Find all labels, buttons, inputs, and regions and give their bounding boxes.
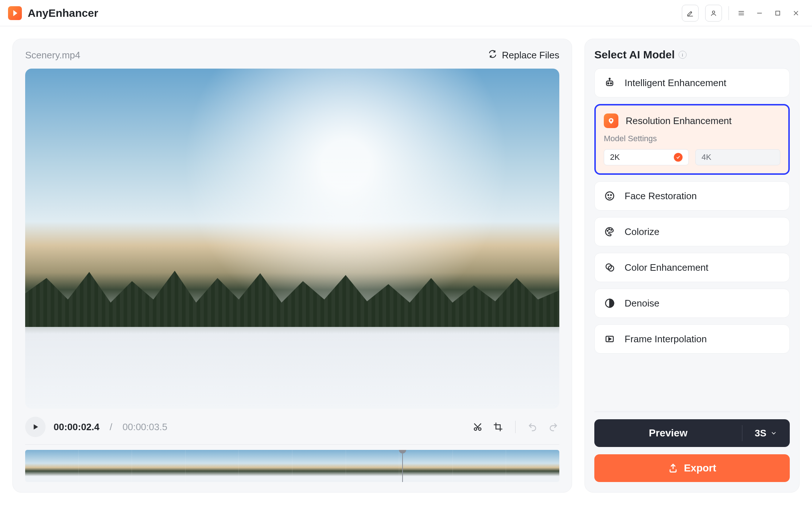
svg-point-3 (478, 428, 481, 430)
svg-point-9 (606, 192, 614, 200)
svg-point-6 (610, 83, 611, 84)
app-logo-icon (8, 6, 22, 20)
resolution-option-4k[interactable]: 4K (695, 149, 780, 165)
model-label: Frame Interpolation (625, 334, 707, 345)
timecode-current: 00:00:02.4 (54, 421, 100, 433)
sidebar-divider (594, 412, 790, 412)
export-button[interactable]: Export (594, 454, 790, 482)
svg-point-12 (607, 230, 608, 231)
timeline-thumb (506, 450, 559, 482)
timeline-thumb (132, 450, 185, 482)
titlebar-divider (729, 6, 729, 20)
svg-point-13 (609, 229, 610, 230)
model-denoise[interactable]: Denoise (594, 289, 790, 318)
workspace: Scenery.mp4 Replace Files 00:00:02.4 / 0… (0, 26, 812, 505)
model-face[interactable]: Face Restoration (594, 181, 790, 211)
timeline-thumb (452, 450, 506, 482)
timeline-thumb (238, 450, 292, 482)
model-colorize[interactable]: Colorize (594, 217, 790, 246)
title-left: AnyEnhancer (8, 6, 98, 20)
svg-point-10 (608, 194, 609, 196)
preview-treeline-decor (25, 266, 559, 327)
controls-row: 00:00:02.4 / 00:00:03.5 (25, 417, 559, 437)
left-column: Scenery.mp4 Replace Files 00:00:02.4 / 0… (12, 39, 572, 493)
app-name: AnyEnhancer (28, 7, 98, 19)
model-intelligent[interactable]: Intelligent Enhancement (594, 68, 790, 97)
svg-point-0 (712, 11, 715, 13)
svg-point-14 (611, 230, 612, 231)
timecode-total: 00:00:03.5 (123, 421, 167, 433)
replace-label: Replace Files (502, 50, 559, 61)
model-label: Face Restoration (625, 190, 697, 202)
preview-duration-dropdown[interactable]: 3S (742, 428, 790, 439)
info-icon[interactable]: i (679, 51, 687, 59)
edit-button[interactable] (682, 5, 699, 22)
redo-button[interactable] (547, 421, 559, 433)
tools-divider (515, 421, 516, 433)
crop-button[interactable] (492, 421, 504, 433)
model-label: Intelligent Enhancement (625, 77, 726, 89)
replace-files-button[interactable]: Replace Files (488, 49, 559, 61)
model-resolution[interactable]: Resolution Enhancement Model Settings 2K… (594, 104, 790, 175)
timeline-thumb (78, 450, 132, 482)
file-name: Scenery.mp4 (25, 50, 80, 61)
timeline-thumb (399, 450, 452, 482)
minimize-button[interactable] (754, 7, 765, 19)
resolution-option-label: 4K (702, 153, 711, 162)
export-label: Export (684, 462, 716, 474)
model-settings-title: Model Settings (604, 134, 780, 143)
timeline-thumb (346, 450, 399, 482)
check-icon (674, 153, 683, 162)
sidebar-title: Select AI Model (594, 49, 675, 61)
palette-icon (603, 225, 617, 239)
face-icon (603, 189, 617, 203)
timecode-separator: / (110, 421, 112, 433)
resolution-option-2k[interactable]: 2K (604, 149, 689, 165)
svg-point-11 (611, 194, 612, 196)
preview-duration-value: 3S (755, 428, 766, 439)
file-row: Scenery.mp4 Replace Files (25, 49, 559, 61)
model-label: Denoise (625, 298, 659, 309)
timeline-thumb (25, 450, 78, 482)
play-button[interactable] (25, 417, 46, 437)
export-icon (668, 463, 678, 473)
resolution-option-label: 2K (610, 153, 620, 162)
timeline-playhead[interactable] (402, 450, 403, 482)
svg-point-7 (609, 78, 610, 79)
svg-point-8 (610, 119, 612, 122)
model-label: Colorize (625, 226, 659, 238)
replace-icon (488, 49, 497, 61)
resolution-icon (604, 113, 618, 128)
video-card: Scenery.mp4 Replace Files 00:00:02.4 / 0… (12, 39, 572, 493)
account-button[interactable] (705, 5, 722, 22)
controls-divider (25, 444, 559, 445)
sidebar: Select AI Model i Intelligent Enhancemen… (584, 39, 800, 493)
model-label: Color Enhancement (625, 262, 708, 273)
frames-icon (603, 332, 617, 346)
timeline[interactable] (25, 450, 559, 482)
svg-point-5 (608, 83, 609, 84)
svg-rect-1 (776, 11, 780, 15)
menu-button[interactable] (735, 7, 747, 19)
svg-point-2 (474, 428, 477, 430)
preview-label: Preview (594, 427, 742, 439)
model-list: Intelligent Enhancement Resolution Enhan… (594, 68, 790, 404)
timeline-thumb (185, 450, 239, 482)
chevron-down-icon (770, 429, 777, 437)
robot-icon (603, 76, 617, 90)
sidebar-title-row: Select AI Model i (594, 49, 790, 61)
title-bar: AnyEnhancer (0, 0, 812, 26)
maximize-button[interactable] (772, 7, 784, 19)
model-label: Resolution Enhancement (626, 115, 732, 127)
close-button[interactable] (790, 7, 802, 19)
resolution-options: 2K 4K (604, 149, 780, 165)
timeline-thumb (292, 450, 346, 482)
contrast-icon (603, 296, 617, 310)
cut-button[interactable] (471, 421, 484, 433)
model-color-enhancement[interactable]: Color Enhancement (594, 253, 790, 282)
model-resolution-header: Resolution Enhancement (604, 113, 780, 128)
preview-button[interactable]: Preview 3S (594, 419, 790, 447)
model-frame-interpolation[interactable]: Frame Interpolation (594, 324, 790, 354)
video-preview[interactable] (25, 69, 559, 409)
undo-button[interactable] (527, 421, 539, 433)
